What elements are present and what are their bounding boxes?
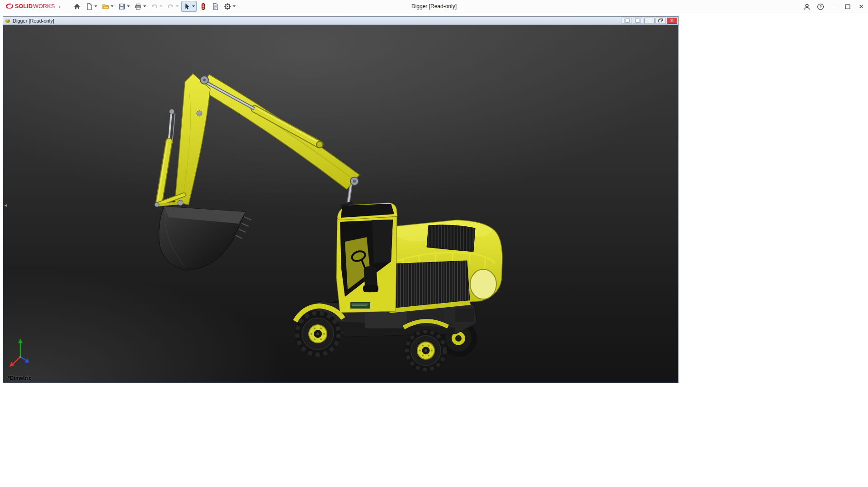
select-button[interactable] — [181, 1, 197, 12]
engine-housing — [384, 220, 502, 313]
options-button[interactable] — [222, 1, 237, 12]
undo-icon — [151, 3, 158, 10]
brand-text-solid: SOLID — [15, 3, 33, 9]
bucket-cylinder — [158, 112, 175, 202]
cab-sticker — [350, 302, 370, 309]
bucket — [159, 206, 251, 270]
print-button[interactable] — [132, 1, 148, 12]
save-button[interactable] — [116, 1, 132, 12]
dassault-systemes-logo-icon — [5, 2, 14, 10]
menu-expand-arrow[interactable]: › — [58, 3, 60, 10]
new-document-icon — [85, 3, 93, 10]
solidworks-logo: SOLIDWORKS — [0, 2, 55, 10]
redo-button[interactable] — [165, 1, 180, 12]
panel-flyout-arrow[interactable]: ◀ — [3, 200, 8, 210]
print-icon — [134, 3, 142, 10]
help-button[interactable]: ? — [814, 0, 827, 13]
stick-cylinder — [207, 83, 320, 145]
front-left-wheel — [295, 311, 341, 357]
hood-vent — [427, 225, 475, 252]
excavator-model[interactable] — [3, 25, 678, 383]
grille — [384, 261, 470, 309]
options-gear-icon — [224, 3, 231, 10]
dropdown-caret-icon — [127, 5, 130, 7]
assembly-document-icon — [5, 18, 11, 24]
minimize-button[interactable]: – — [827, 0, 841, 13]
maximize-icon — [844, 3, 851, 10]
stick-arm — [175, 74, 210, 205]
undo-button[interactable] — [149, 1, 164, 12]
document-restore-button[interactable] — [656, 18, 666, 24]
rebuild-button[interactable] — [198, 1, 209, 12]
home-icon — [73, 3, 81, 10]
document-title: Digger [Read-only] — [13, 18, 54, 23]
dropdown-caret-icon — [143, 5, 146, 7]
graphics-viewport[interactable]: *Dimetric ◀ — [3, 25, 678, 383]
pane-layout-button-1[interactable] — [622, 18, 632, 24]
document-close-button[interactable]: ✕ — [667, 18, 677, 24]
side-window — [470, 269, 496, 299]
rebuild-traffic-light-icon — [199, 3, 207, 10]
orientation-triad — [9, 338, 29, 367]
document-titlebar[interactable]: Digger [Read-only] – — [3, 17, 678, 25]
app-titlebar[interactable]: SOLIDWORKS › — [0, 0, 868, 13]
file-properties-button[interactable] — [210, 1, 221, 12]
svg-text:?: ? — [819, 5, 822, 9]
pane-layout-button-2[interactable] — [633, 18, 643, 24]
close-button[interactable]: ✕ — [854, 0, 868, 13]
document-window: Digger [Read-only] – — [3, 16, 679, 383]
pane-layout-icon — [635, 18, 641, 23]
document-minimize-button[interactable]: – — [644, 18, 655, 24]
file-properties-icon — [212, 3, 219, 10]
solidworks-app: SOLIDWORKS › — [0, 0, 868, 487]
pane-layout-icon — [624, 18, 630, 23]
help-icon: ? — [817, 3, 824, 10]
home-button[interactable] — [71, 1, 83, 12]
save-icon — [118, 3, 126, 10]
view-orientation-label: *Dimetric — [8, 375, 32, 381]
dropdown-caret-icon — [176, 5, 179, 7]
redo-icon — [167, 3, 175, 10]
dropdown-caret-icon — [160, 5, 162, 7]
maximize-button[interactable] — [841, 0, 854, 13]
dropdown-caret-icon — [111, 5, 113, 7]
account-button[interactable] — [800, 0, 814, 13]
brand-text-works: WORKS — [33, 3, 55, 9]
new-document-button[interactable] — [84, 1, 99, 12]
rear-left-wheel — [405, 329, 447, 372]
window-controls: ? – ✕ — [800, 0, 868, 13]
quick-access-toolbar — [71, 1, 237, 12]
open-button[interactable] — [100, 1, 115, 12]
mdi-client-area: Digger [Read-only] – — [0, 13, 868, 487]
open-folder-icon — [102, 3, 109, 10]
dropdown-caret-icon — [94, 5, 97, 7]
select-cursor-icon — [183, 3, 191, 10]
cab — [336, 201, 397, 313]
dropdown-caret-icon — [192, 5, 195, 7]
restore-icon — [658, 18, 664, 23]
user-account-icon — [803, 3, 811, 10]
dropdown-caret-icon — [233, 5, 236, 7]
document-window-controls: – ✕ — [622, 18, 677, 24]
